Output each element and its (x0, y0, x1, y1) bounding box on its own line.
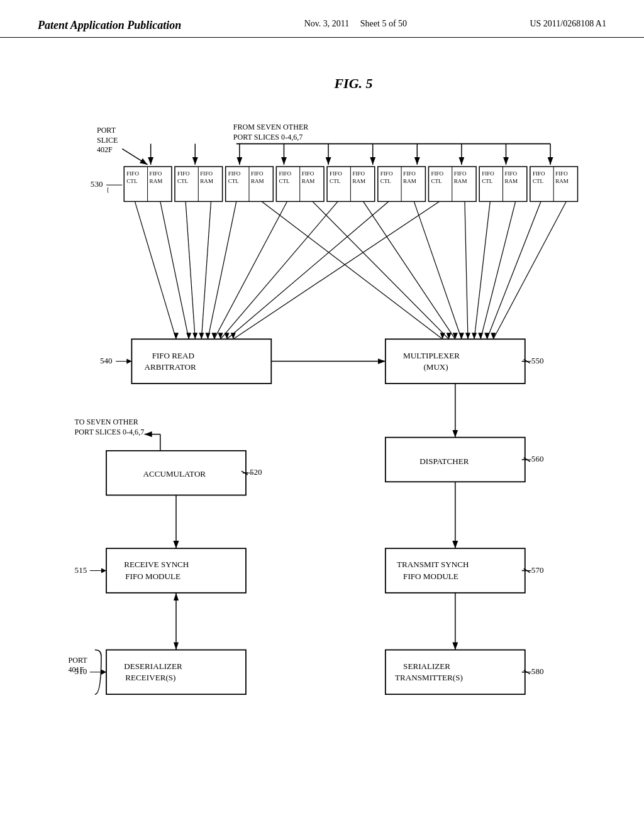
diagram-area: FIG. 5 PORT SLICE 402F FROM SEVEN OTHER … (38, 75, 606, 805)
ref-510-label: 510 (75, 667, 87, 676)
svg-marker-130 (101, 670, 106, 675)
svg-marker-97 (478, 333, 483, 339)
port-slice-label: PORT (97, 126, 116, 135)
multiplexer-label: MULTIPLEXER (403, 351, 460, 360)
svg-line-64 (135, 201, 176, 339)
figure-title: FIG. 5 (101, 75, 606, 92)
svg-text:PORT SLICES 0-4,6,7: PORT SLICES 0-4,6,7 (233, 133, 303, 141)
svg-marker-95 (465, 333, 470, 339)
deserializer-box (106, 650, 246, 695)
svg-text:CTL: CTL (177, 178, 188, 184)
svg-text:RAM: RAM (505, 178, 518, 184)
svg-text:SLICE: SLICE (97, 136, 118, 145)
svg-marker-102 (126, 359, 131, 364)
publication-title: Patent Application Publication (38, 19, 181, 32)
svg-text:FIFO: FIFO (431, 170, 443, 177)
svg-text:FIFO: FIFO (279, 170, 291, 177)
fifo-read-arbitrator-box (131, 339, 271, 384)
svg-marker-83 (186, 333, 191, 339)
svg-text:RAM: RAM (352, 178, 365, 184)
svg-line-80 (487, 201, 541, 339)
header-center: Nov. 3, 2011 Sheet 5 of 50 (304, 19, 407, 29)
svg-text:RAM: RAM (150, 178, 163, 184)
svg-text:RAM: RAM (200, 178, 213, 184)
diagram-svg: PORT SLICE 402F FROM SEVEN OTHER PORT SL… (38, 98, 606, 827)
svg-line-73 (364, 201, 455, 339)
svg-line-74 (227, 201, 389, 339)
deserializer-label: DESERIALIZER (124, 661, 182, 671)
svg-text:FIFO: FIFO (505, 170, 518, 177)
to-seven-label: TO SEVEN OTHER (75, 418, 139, 426)
svg-marker-98 (484, 333, 489, 339)
ref-570-label: 570 (531, 565, 544, 575)
serializer-box (386, 650, 525, 695)
page-header: Patent Application Publication Nov. 3, 2… (0, 0, 644, 38)
svg-line-66 (186, 201, 195, 339)
svg-line-65 (160, 201, 189, 339)
from-seven-label: FROM SEVEN OTHER (233, 123, 309, 131)
svg-line-71 (313, 201, 449, 339)
svg-marker-124 (174, 593, 179, 600)
svg-line-67 (201, 201, 211, 339)
svg-line-68 (208, 201, 236, 339)
svg-marker-85 (199, 333, 204, 339)
receive-synch-label: RECEIVE SYNCH (124, 560, 189, 569)
ref-530: 530 (91, 179, 103, 189)
fifo-read-arbitrator-label: FIFO READ (152, 351, 194, 360)
multiplexer-box (386, 339, 525, 384)
svg-text:RECEIVER(S): RECEIVER(S) (125, 673, 175, 682)
svg-text:FIFO MODULE: FIFO MODULE (403, 572, 458, 581)
svg-text:FIFO: FIFO (228, 170, 241, 177)
port-401f-label: PORT (69, 656, 88, 665)
svg-text:CTL: CTL (482, 178, 492, 184)
svg-text:RAM: RAM (555, 178, 569, 184)
publication-date: Nov. 3, 2011 (304, 19, 350, 28)
svg-marker-86 (205, 333, 210, 339)
svg-marker-84 (192, 333, 197, 339)
svg-line-79 (480, 201, 515, 339)
sheet-info: Sheet 5 of 50 (360, 19, 407, 28)
serializer-label: SERIALIZER (403, 661, 450, 671)
page: Patent Application Publication Nov. 3, 2… (0, 0, 644, 830)
svg-text:RAM: RAM (302, 178, 315, 184)
transmit-synch-label: TRANSMIT SYNCH (397, 560, 469, 569)
patent-number: US 2011/0268108 A1 (530, 19, 606, 29)
svg-text:CTL: CTL (126, 178, 137, 184)
svg-line-81 (493, 201, 566, 339)
svg-marker-88 (218, 333, 223, 339)
ref-560-label: 560 (531, 454, 544, 463)
svg-text:TRANSMITTER(S): TRANSMITTER(S) (395, 673, 463, 682)
svg-text:FIFO: FIFO (177, 170, 190, 177)
svg-marker-119 (101, 568, 106, 573)
svg-text:FIFO: FIFO (482, 170, 494, 177)
receive-synch-box (106, 548, 246, 593)
svg-text:FIFO: FIFO (330, 170, 342, 177)
svg-text:CTL: CTL (279, 178, 289, 184)
svg-text:{: { (106, 186, 109, 193)
svg-text:RAM: RAM (251, 178, 264, 184)
svg-text:ARBITRATOR: ARBITRATOR (145, 362, 196, 372)
svg-text:402F: 402F (97, 145, 113, 154)
svg-text:FIFO: FIFO (403, 170, 416, 177)
ref-540-label: 540 (100, 356, 113, 365)
svg-marker-125 (174, 642, 179, 650)
accumulator-label: ACCUMULATOR (143, 469, 206, 479)
svg-line-76 (233, 201, 440, 339)
svg-line-69 (262, 201, 442, 339)
svg-text:FIFO: FIFO (150, 170, 162, 177)
svg-marker-94 (459, 333, 464, 339)
svg-line-72 (221, 201, 338, 339)
svg-text:FIFO: FIFO (533, 170, 545, 177)
svg-text:FIFO: FIFO (126, 170, 139, 177)
ref-550-label: 550 (531, 356, 544, 365)
svg-text:CTL: CTL (431, 178, 441, 184)
svg-text:CTL: CTL (380, 178, 391, 184)
svg-text:PORT SLICES 0-4,6,7: PORT SLICES 0-4,6,7 (75, 428, 145, 436)
svg-marker-92 (447, 333, 452, 339)
ref-515-label: 515 (75, 565, 87, 575)
svg-marker-96 (472, 333, 477, 339)
ref-580-label: 580 (531, 667, 544, 676)
svg-line-77 (465, 201, 468, 339)
svg-marker-89 (225, 333, 230, 339)
svg-text:FIFO: FIFO (380, 170, 393, 177)
